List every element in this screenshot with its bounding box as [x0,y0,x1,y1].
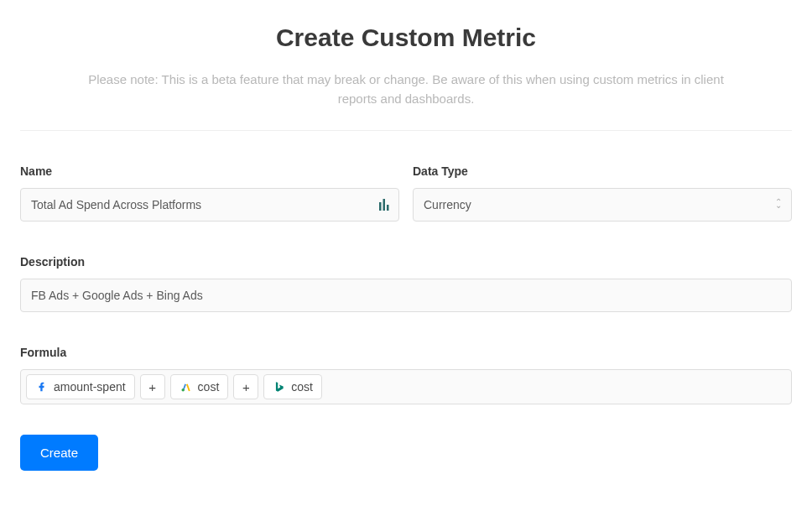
description-label: Description [20,255,792,269]
facebook-icon [35,380,49,394]
divider [20,130,792,131]
google-ads-icon [180,380,193,394]
formula-token-google-ads-cost[interactable]: cost [170,374,229,399]
formula-token-label: cost [198,380,220,394]
data-type-label: Data Type [413,164,792,178]
formula-token-label: amount-spent [54,380,126,394]
formula-token-bing-cost[interactable]: cost [263,374,322,399]
formula-input[interactable]: amount-spent + cost [20,369,792,404]
name-label: Name [20,164,399,178]
create-button[interactable]: Create [20,435,98,471]
create-custom-metric-form: Create Custom Metric Please note: This i… [0,0,812,504]
formula-token-label: cost [291,380,313,394]
svg-point-3 [181,388,185,392]
data-type-select[interactable]: Currency [413,188,792,222]
formula-token-facebook-amount-spent[interactable]: amount-spent [26,374,135,399]
formula-label: Formula [20,346,792,359]
bing-icon [273,380,286,394]
formula-operator-plus[interactable]: + [233,374,258,399]
beta-note: Please note: This is a beta feature that… [87,70,725,108]
formula-operator-plus[interactable]: + [140,374,165,399]
name-input[interactable] [20,188,399,222]
page-title: Create Custom Metric [20,23,792,52]
description-input[interactable] [20,279,792,312]
